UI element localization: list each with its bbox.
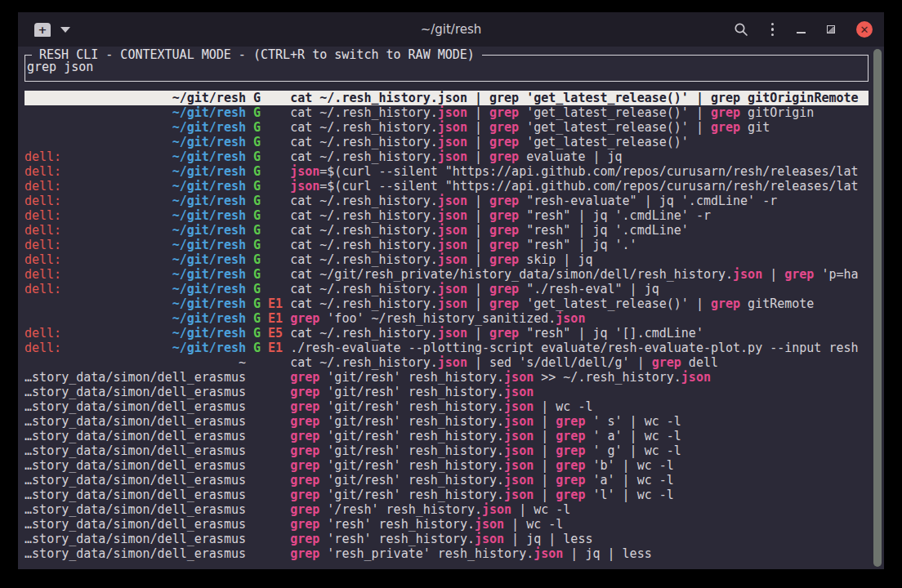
history-row[interactable]: dell:~/git/resh G cat ~/git/resh_private… [25, 267, 869, 282]
command-text: ' a' | wc -l [585, 429, 681, 443]
command-match: grep [711, 105, 740, 120]
command-match: grep [290, 517, 319, 532]
command-match: json [475, 532, 504, 546]
command-match: json [438, 91, 467, 105]
command-text: | [467, 105, 489, 120]
command-match: grep [290, 502, 319, 517]
history-row[interactable]: …story_data/simon/dell_erasmus grep 'res… [25, 532, 869, 546]
command-text: "resh" | jq '.' [519, 238, 637, 252]
history-row[interactable]: dell:~/git/resh G E1 ./resh-evaluate --p… [25, 341, 869, 355]
history-row[interactable]: dell:~/git/resh G cat ~/.resh_history.js… [25, 194, 869, 208]
directory-label: …story_data/simon/dell_erasmus [25, 370, 246, 385]
history-row[interactable]: ~ cat ~/.resh_history.json | sed 's/dell… [25, 355, 869, 370]
host-label: dell: [25, 341, 61, 355]
flags-cell: G [246, 194, 290, 208]
host-directory-cell: …story_data/simon/dell_erasmus [25, 414, 246, 429]
host-directory-cell: dell:~/git/resh [25, 252, 246, 267]
history-row[interactable]: dell:~/git/resh G cat ~/.resh_history.js… [25, 238, 869, 252]
directory-label: …story_data/simon/dell_erasmus [25, 473, 246, 488]
command-match: grep [290, 443, 319, 458]
history-row[interactable]: …story_data/simon/dell_erasmus grep 'git… [25, 473, 869, 488]
history-row[interactable]: ~/git/resh G cat ~/.resh_history.json | … [25, 105, 869, 120]
minimize-icon[interactable] [797, 32, 806, 33]
scrollbar-thumb[interactable] [873, 49, 882, 567]
new-tab-icon[interactable]: + [34, 23, 51, 37]
command-match: json [681, 370, 711, 385]
history-row[interactable]: …story_data/simon/dell_erasmus grep 'git… [25, 385, 869, 399]
command-text: | [534, 488, 556, 502]
history-row[interactable]: ~/git/resh G E1 grep 'foo' ~/resh_histor… [25, 311, 869, 326]
host-label: dell: [25, 179, 61, 194]
host-directory-cell: …story_data/simon/dell_erasmus [25, 532, 246, 546]
command-text: cat ~/.resh_history. [290, 91, 438, 105]
flags-cell: G [246, 267, 290, 282]
history-row[interactable]: …story_data/simon/dell_erasmus grep 'res… [25, 517, 869, 532]
history-row[interactable]: dell:~/git/resh G cat ~/.resh_history.js… [25, 149, 869, 164]
flag-ok: G [253, 164, 261, 179]
command-text: | [534, 473, 556, 488]
command-text: | [467, 208, 489, 223]
command-text: 'b' | wc -l [585, 458, 673, 473]
history-row[interactable]: …story_data/simon/dell_erasmus grep 'git… [25, 429, 869, 443]
flag-error: E5 [268, 326, 283, 341]
command-match: grep [489, 252, 519, 267]
directory-label: …story_data/simon/dell_erasmus [25, 399, 246, 414]
history-row[interactable]: …story_data/simon/dell_erasmus grep '/re… [25, 502, 869, 517]
history-row[interactable]: dell:~/git/resh G json=$(curl --silent "… [25, 179, 869, 194]
history-row[interactable]: …story_data/simon/dell_erasmus grep 'git… [25, 443, 869, 458]
command-match: json [438, 208, 467, 223]
history-row[interactable]: ~/git/resh G cat ~/.resh_history.json | … [25, 135, 869, 149]
host-label: dell: [25, 149, 61, 164]
directory-label: ~/git/resh [172, 164, 246, 179]
command-match: grep [711, 120, 740, 135]
host-directory-cell: …story_data/simon/dell_erasmus [25, 370, 246, 385]
command-match: json [438, 135, 467, 149]
tab-list-caret-icon[interactable] [60, 27, 70, 33]
host-label: dell: [25, 252, 61, 267]
history-row[interactable]: …story_data/simon/dell_erasmus grep 'git… [25, 458, 869, 473]
command-match: grep [290, 473, 319, 488]
history-row[interactable]: …story_data/simon/dell_erasmus grep 'git… [25, 414, 869, 429]
command-match: grep [489, 223, 519, 238]
command-text: 'git/resh' resh_history. [319, 473, 504, 488]
command-text: cat ~/.resh_history. [290, 282, 438, 296]
command-text: 'git/resh' resh_history. [319, 443, 504, 458]
command-match: grep [711, 296, 740, 311]
directory-label: …story_data/simon/dell_erasmus [25, 458, 246, 473]
flags-cell [246, 399, 290, 414]
restore-icon[interactable] [827, 25, 835, 33]
command-match: json [504, 429, 534, 443]
history-row[interactable]: …story_data/simon/dell_erasmus grep 'git… [25, 370, 869, 385]
history-row-selected[interactable]: ~/git/resh G cat ~/.resh_history.json | … [25, 91, 869, 105]
command-match: grep [290, 385, 319, 399]
command-text: gitOriginRemote [740, 91, 859, 105]
history-row[interactable]: dell:~/git/resh G cat ~/.resh_history.js… [25, 208, 869, 223]
history-row[interactable]: ~/git/resh G cat ~/.resh_history.json | … [25, 120, 869, 135]
close-icon[interactable]: ✕ [856, 21, 873, 38]
command-text: ./resh-evaluate --plotting-script evalua… [290, 341, 858, 355]
history-row[interactable]: dell:~/git/resh G E5 cat ~/.resh_history… [25, 326, 869, 341]
history-row[interactable]: dell:~/git/resh G cat ~/.resh_history.js… [25, 252, 869, 267]
search-icon[interactable] [734, 22, 748, 37]
flags-cell [246, 458, 290, 473]
directory-label: …story_data/simon/dell_erasmus [25, 414, 246, 429]
host-directory-cell: dell:~/git/resh [25, 238, 246, 252]
history-row[interactable]: dell:~/git/resh G cat ~/.resh_history.js… [25, 282, 869, 296]
history-row[interactable]: ~/git/resh G E1 cat ~/.resh_history.json… [25, 296, 869, 311]
history-row[interactable]: dell:~/git/resh G json=$(curl --silent "… [25, 164, 869, 179]
directory-label: ~/git/resh [172, 179, 246, 194]
host-directory-cell: …story_data/simon/dell_erasmus [25, 443, 246, 458]
host-label: dell: [25, 194, 61, 208]
menu-kebab-icon[interactable] [770, 21, 776, 38]
directory-label: …story_data/simon/dell_erasmus [25, 488, 246, 502]
history-row[interactable]: …story_data/simon/dell_erasmus grep 'git… [25, 488, 869, 502]
flag-ok: G [253, 326, 261, 341]
history-row[interactable]: …story_data/simon/dell_erasmus grep 'res… [25, 546, 869, 561]
directory-label: ~/git/resh [172, 341, 246, 355]
flags-cell: G [246, 105, 290, 120]
command-text: | [467, 252, 489, 267]
command-text: 'p=ha [814, 267, 858, 282]
history-row[interactable]: dell:~/git/resh G cat ~/.resh_history.js… [25, 223, 869, 238]
history-row[interactable]: …story_data/simon/dell_erasmus grep 'git… [25, 399, 869, 414]
flags-cell: G [246, 149, 290, 164]
